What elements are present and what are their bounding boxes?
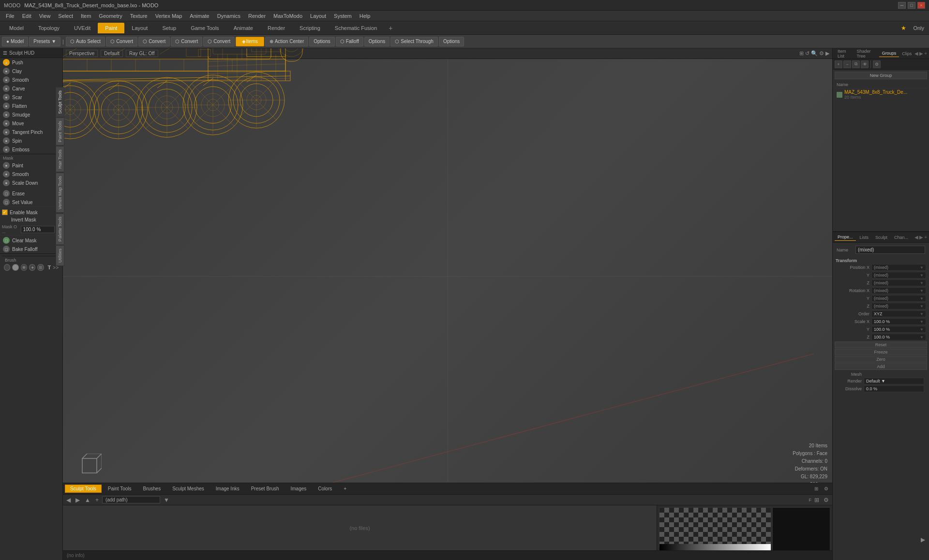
tab-gametools[interactable]: Game Tools (183, 23, 226, 33)
nav-back[interactable]: ◀ (65, 497, 72, 503)
nav-up[interactable]: ▲ (83, 497, 92, 503)
brush-star-shape[interactable]: ✦ (29, 264, 35, 271)
menu-edit[interactable]: Edit (18, 12, 35, 20)
close-button[interactable]: × (917, 2, 925, 9)
render-dropdown[interactable]: Default ▼ (864, 378, 924, 384)
brush-circle-empty[interactable] (4, 264, 10, 271)
mask-opacity-input[interactable] (21, 226, 55, 233)
position-y-value[interactable]: (mixed) ▼ (871, 272, 926, 279)
convert-button-4[interactable]: ⬡ Convert (203, 37, 235, 46)
scene-item-truck[interactable]: MAZ_543M_8x8_Truck_De... 20 Items (835, 88, 927, 101)
tab-layout[interactable]: Layout (124, 23, 155, 33)
ricon-visible[interactable]: 👁 (861, 60, 869, 68)
brush-circle-soft[interactable] (21, 264, 27, 271)
options-button-1[interactable]: Options (309, 37, 334, 46)
new-group-button[interactable]: New Group (835, 72, 927, 79)
convert-button-2[interactable]: ⬡ Convert (138, 37, 170, 46)
rtab-groups[interactable]: Groups (879, 50, 899, 57)
btab-paint-tools[interactable]: Paint Tools (103, 485, 137, 493)
order-value[interactable]: XYZ ▼ (871, 310, 926, 317)
tab-setup[interactable]: Setup (155, 23, 183, 33)
props-expand-arrow[interactable]: ▶ (921, 536, 925, 543)
nav-add-folder[interactable]: + (94, 497, 100, 503)
presets-button[interactable]: Presets ▼ (29, 37, 60, 46)
position-x-value[interactable]: (mixed) ▼ (871, 264, 926, 271)
maximize-button[interactable]: □ (908, 2, 915, 9)
brush-circle-filled[interactable] (12, 264, 18, 271)
rtab-clips[interactable]: Clips (899, 50, 914, 57)
options-button-3[interactable]: Options (439, 37, 464, 46)
vtab-paint-tools[interactable]: Paint Tools (56, 118, 64, 146)
rtab-icon-1[interactable]: ◀ (914, 51, 918, 56)
ptab-sculpt[interactable]: Sculpt (872, 234, 890, 241)
ptab-lists[interactable]: Lists (857, 234, 872, 241)
tab-schematic[interactable]: Schematic Fusion (328, 23, 384, 33)
tool-emboss[interactable]: ● Emboss (0, 145, 62, 154)
name-field-input[interactable] (855, 246, 925, 254)
reset-button[interactable]: Reset (835, 341, 927, 348)
convert-button-3[interactable]: ⬡ Convert (171, 37, 202, 46)
menu-help[interactable]: Help (356, 12, 375, 20)
btab-settings-icon[interactable]: ⚙ (822, 485, 830, 492)
viewport-icon-1[interactable]: ⊞ (799, 50, 804, 57)
nav-forward[interactable]: ▶ (74, 497, 81, 503)
ricon-duplicate[interactable]: ⧉ (852, 60, 860, 68)
menu-texture[interactable]: Texture (126, 12, 151, 20)
viewport-icon-3[interactable]: 🔍 (811, 50, 818, 57)
invert-mask[interactable]: Invert Mask (0, 216, 62, 223)
path-input[interactable] (102, 496, 160, 503)
ptab-channels[interactable]: Chan... (891, 234, 911, 241)
tool-smudge[interactable]: ● Smudge (0, 110, 62, 119)
menu-file[interactable]: File (2, 12, 18, 20)
menu-render[interactable]: Render (244, 12, 270, 20)
tool-tangent-pinch[interactable]: ● Tangent Pinch (0, 128, 62, 136)
tab-add[interactable]: + (384, 24, 397, 32)
mask-scale-down[interactable]: ● Scale Down (0, 178, 62, 187)
tool-carve[interactable]: ● Carve (0, 84, 62, 93)
enable-mask-checkbox[interactable]: ✓ (2, 209, 8, 215)
tab-render[interactable]: Render (260, 23, 292, 33)
mask-set-value[interactable]: ◻ Set Value (0, 198, 62, 206)
ptab-icon-2[interactable]: ▶ (919, 235, 923, 240)
menu-animate[interactable]: Animate (186, 12, 213, 20)
rotation-x-value[interactable]: (mixed) ▼ (871, 287, 926, 294)
ricon-new[interactable]: + (835, 60, 842, 68)
vtab-palette[interactable]: Palette Tools (56, 213, 64, 245)
position-z-value[interactable]: (mixed) ▼ (871, 280, 926, 286)
vtab-utilities[interactable]: Utilities (56, 245, 64, 266)
mask-paint[interactable]: ● Paint (0, 161, 62, 170)
btab-plus[interactable]: + (338, 485, 352, 493)
tab-model[interactable]: Model (2, 23, 31, 33)
menu-item[interactable]: Item (77, 12, 95, 20)
sort-btn[interactable]: ⚙ (822, 497, 830, 503)
btab-sculpt-meshes[interactable]: Sculpt Meshes (167, 485, 210, 493)
falloff-button[interactable]: ⬡ Falloff (336, 37, 363, 46)
btab-colors[interactable]: Colors (313, 485, 337, 493)
enable-mask-row[interactable]: ✓ Enable Mask (0, 208, 62, 216)
scale-y-value[interactable]: 100.0 % ▼ (871, 326, 926, 333)
ricon-delete[interactable]: − (843, 60, 851, 68)
dissolve-value[interactable]: 0.0 % (864, 385, 924, 392)
btab-image-inks[interactable]: Image Inks (210, 485, 245, 493)
tool-spin[interactable]: ● Spin (0, 136, 62, 145)
tool-flatten[interactable]: ● Flatten (0, 102, 62, 110)
btab-preset-brush[interactable]: Preset Brush (246, 485, 285, 493)
zero-button[interactable]: Zero (835, 356, 927, 363)
ptab-icon-3[interactable]: + (924, 235, 927, 240)
model-toggle[interactable]: ● Model (2, 37, 28, 46)
menu-layout[interactable]: Layout (306, 12, 330, 20)
auto-select-button[interactable]: ⬡ Auto Select (66, 37, 105, 46)
brush-custom[interactable]: ⊞ (37, 264, 44, 271)
tool-smooth[interactable]: ● Smooth (0, 75, 62, 84)
tab-scripting[interactable]: Scripting (292, 23, 328, 33)
ptab-icon-1[interactable]: ◀ (914, 235, 918, 240)
mask-smooth[interactable]: ● Smooth (0, 170, 62, 178)
scale-z-value[interactable]: 100.0 % ▼ (871, 334, 926, 340)
rtab-shader-tree[interactable]: Shader Tree (854, 48, 879, 59)
mask-erase[interactable]: ◻ Erase (0, 189, 62, 198)
vtab-hair-tools[interactable]: Hair Tools (56, 146, 64, 172)
tool-scar[interactable]: ● Scar (0, 93, 62, 102)
menu-dynamics[interactable]: Dynamics (213, 12, 244, 20)
brush-text[interactable]: T (48, 265, 51, 270)
tool-scroll[interactable]: ▲ Push ● Clay ● Smooth ● Carve ● Scar ● … (0, 58, 62, 560)
